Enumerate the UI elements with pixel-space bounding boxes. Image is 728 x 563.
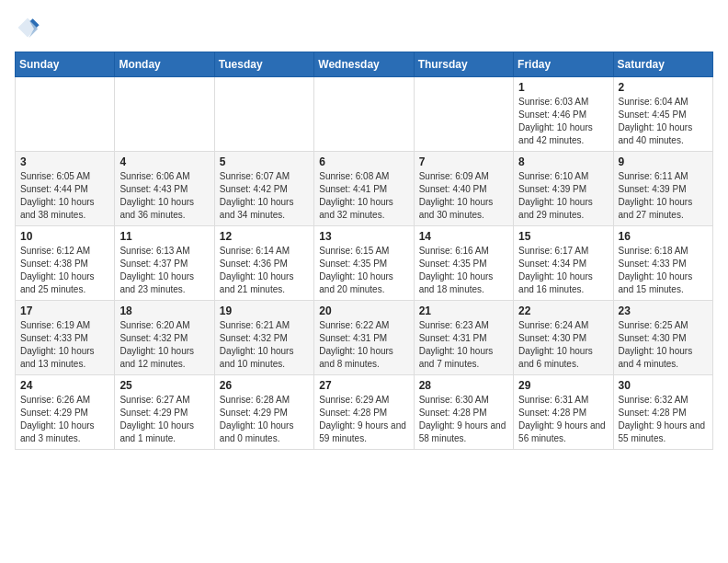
day-info: Sunrise: 6:24 AM Sunset: 4:30 PM Dayligh… xyxy=(518,319,608,371)
day-info: Sunrise: 6:10 AM Sunset: 4:39 PM Dayligh… xyxy=(518,170,608,222)
calendar-week-row: 1Sunrise: 6:03 AM Sunset: 4:46 PM Daylig… xyxy=(16,77,713,152)
day-info: Sunrise: 6:04 AM Sunset: 4:45 PM Dayligh… xyxy=(619,96,708,147)
calendar-cell: 14Sunrise: 6:16 AM Sunset: 4:35 PM Dayli… xyxy=(414,226,513,301)
calendar-cell: 28Sunrise: 6:30 AM Sunset: 4:28 PM Dayli… xyxy=(414,375,513,450)
logo xyxy=(15,15,44,40)
calendar-cell: 1Sunrise: 6:03 AM Sunset: 4:46 PM Daylig… xyxy=(514,77,613,152)
day-number: 23 xyxy=(619,304,708,317)
calendar-cell: 11Sunrise: 6:13 AM Sunset: 4:37 PM Dayli… xyxy=(115,226,214,301)
calendar-day-header: Tuesday xyxy=(214,52,313,77)
calendar-day-header: Wednesday xyxy=(314,52,414,77)
day-info: Sunrise: 6:29 AM Sunset: 4:28 PM Dayligh… xyxy=(319,394,408,445)
day-number: 3 xyxy=(20,155,109,168)
day-number: 27 xyxy=(319,379,408,392)
day-number: 10 xyxy=(20,230,109,243)
calendar-cell: 17Sunrise: 6:19 AM Sunset: 4:33 PM Dayli… xyxy=(16,301,115,375)
logo-icon xyxy=(15,15,40,40)
calendar-cell: 6Sunrise: 6:08 AM Sunset: 4:41 PM Daylig… xyxy=(314,152,414,226)
calendar-cell: 25Sunrise: 6:27 AM Sunset: 4:29 PM Dayli… xyxy=(115,375,214,450)
day-number: 6 xyxy=(319,155,408,168)
day-info: Sunrise: 6:09 AM Sunset: 4:40 PM Dayligh… xyxy=(419,170,508,222)
day-number: 11 xyxy=(119,230,209,243)
calendar-cell: 23Sunrise: 6:25 AM Sunset: 4:30 PM Dayli… xyxy=(613,301,712,375)
day-number: 21 xyxy=(419,304,508,317)
calendar-cell: 29Sunrise: 6:31 AM Sunset: 4:28 PM Dayli… xyxy=(514,375,613,450)
calendar-week-row: 17Sunrise: 6:19 AM Sunset: 4:33 PM Dayli… xyxy=(16,301,713,375)
calendar-cell xyxy=(414,77,513,152)
day-number: 5 xyxy=(220,155,309,168)
calendar-day-header: Thursday xyxy=(414,52,513,77)
day-number: 16 xyxy=(619,230,708,243)
day-info: Sunrise: 6:23 AM Sunset: 4:31 PM Dayligh… xyxy=(419,319,508,371)
day-info: Sunrise: 6:03 AM Sunset: 4:46 PM Dayligh… xyxy=(518,96,608,147)
calendar-cell: 27Sunrise: 6:29 AM Sunset: 4:28 PM Dayli… xyxy=(314,375,414,450)
calendar-cell: 15Sunrise: 6:17 AM Sunset: 4:34 PM Dayli… xyxy=(514,226,613,301)
calendar-day-header: Saturday xyxy=(613,52,712,77)
day-info: Sunrise: 6:32 AM Sunset: 4:28 PM Dayligh… xyxy=(619,394,708,445)
day-info: Sunrise: 6:26 AM Sunset: 4:29 PM Dayligh… xyxy=(20,394,109,445)
calendar-day-header: Friday xyxy=(514,52,613,77)
day-info: Sunrise: 6:17 AM Sunset: 4:34 PM Dayligh… xyxy=(518,245,608,296)
day-info: Sunrise: 6:21 AM Sunset: 4:32 PM Dayligh… xyxy=(220,319,309,371)
calendar-cell: 22Sunrise: 6:24 AM Sunset: 4:30 PM Dayli… xyxy=(514,301,613,375)
day-info: Sunrise: 6:11 AM Sunset: 4:39 PM Dayligh… xyxy=(619,170,708,222)
day-number: 17 xyxy=(20,304,109,317)
day-number: 22 xyxy=(518,304,608,317)
day-number: 24 xyxy=(20,379,109,392)
calendar-cell: 13Sunrise: 6:15 AM Sunset: 4:35 PM Dayli… xyxy=(314,226,414,301)
calendar-cell: 5Sunrise: 6:07 AM Sunset: 4:42 PM Daylig… xyxy=(214,152,313,226)
calendar-cell: 4Sunrise: 6:06 AM Sunset: 4:43 PM Daylig… xyxy=(115,152,214,226)
calendar-header-row: SundayMondayTuesdayWednesdayThursdayFrid… xyxy=(16,52,713,77)
calendar-week-row: 3Sunrise: 6:05 AM Sunset: 4:44 PM Daylig… xyxy=(16,152,713,226)
calendar-cell xyxy=(214,77,313,152)
calendar-cell: 10Sunrise: 6:12 AM Sunset: 4:38 PM Dayli… xyxy=(16,226,115,301)
calendar-table: SundayMondayTuesdayWednesdayThursdayFrid… xyxy=(15,52,713,450)
calendar-day-header: Sunday xyxy=(16,52,115,77)
calendar-cell: 9Sunrise: 6:11 AM Sunset: 4:39 PM Daylig… xyxy=(613,152,712,226)
day-number: 25 xyxy=(119,379,209,392)
day-info: Sunrise: 6:15 AM Sunset: 4:35 PM Dayligh… xyxy=(319,245,408,296)
day-info: Sunrise: 6:18 AM Sunset: 4:33 PM Dayligh… xyxy=(619,245,708,296)
calendar-cell: 3Sunrise: 6:05 AM Sunset: 4:44 PM Daylig… xyxy=(16,152,115,226)
day-info: Sunrise: 6:28 AM Sunset: 4:29 PM Dayligh… xyxy=(220,394,309,445)
day-number: 1 xyxy=(518,81,608,94)
calendar-cell xyxy=(115,77,214,152)
day-number: 19 xyxy=(220,304,309,317)
day-number: 30 xyxy=(619,379,708,392)
calendar-cell: 19Sunrise: 6:21 AM Sunset: 4:32 PM Dayli… xyxy=(214,301,313,375)
calendar-cell: 26Sunrise: 6:28 AM Sunset: 4:29 PM Dayli… xyxy=(214,375,313,450)
day-number: 7 xyxy=(419,155,508,168)
day-info: Sunrise: 6:31 AM Sunset: 4:28 PM Dayligh… xyxy=(518,394,608,445)
day-info: Sunrise: 6:22 AM Sunset: 4:31 PM Dayligh… xyxy=(319,319,408,371)
calendar-cell: 2Sunrise: 6:04 AM Sunset: 4:45 PM Daylig… xyxy=(613,77,712,152)
day-info: Sunrise: 6:16 AM Sunset: 4:35 PM Dayligh… xyxy=(419,245,508,296)
day-info: Sunrise: 6:25 AM Sunset: 4:30 PM Dayligh… xyxy=(619,319,708,371)
day-number: 28 xyxy=(419,379,508,392)
page-header xyxy=(15,15,713,40)
day-number: 13 xyxy=(319,230,408,243)
calendar-cell: 24Sunrise: 6:26 AM Sunset: 4:29 PM Dayli… xyxy=(16,375,115,450)
day-number: 14 xyxy=(419,230,508,243)
calendar-cell xyxy=(16,77,115,152)
day-number: 2 xyxy=(619,81,708,94)
day-info: Sunrise: 6:06 AM Sunset: 4:43 PM Dayligh… xyxy=(119,170,209,222)
day-number: 20 xyxy=(319,304,408,317)
day-number: 18 xyxy=(119,304,209,317)
calendar-cell: 18Sunrise: 6:20 AM Sunset: 4:32 PM Dayli… xyxy=(115,301,214,375)
calendar-cell: 30Sunrise: 6:32 AM Sunset: 4:28 PM Dayli… xyxy=(613,375,712,450)
day-info: Sunrise: 6:27 AM Sunset: 4:29 PM Dayligh… xyxy=(119,394,209,445)
calendar-cell: 8Sunrise: 6:10 AM Sunset: 4:39 PM Daylig… xyxy=(514,152,613,226)
day-number: 15 xyxy=(518,230,608,243)
day-number: 29 xyxy=(518,379,608,392)
day-number: 8 xyxy=(518,155,608,168)
calendar-week-row: 24Sunrise: 6:26 AM Sunset: 4:29 PM Dayli… xyxy=(16,375,713,450)
calendar-cell xyxy=(314,77,414,152)
day-info: Sunrise: 6:08 AM Sunset: 4:41 PM Dayligh… xyxy=(319,170,408,222)
calendar-cell: 21Sunrise: 6:23 AM Sunset: 4:31 PM Dayli… xyxy=(414,301,513,375)
day-info: Sunrise: 6:13 AM Sunset: 4:37 PM Dayligh… xyxy=(119,245,209,296)
day-info: Sunrise: 6:19 AM Sunset: 4:33 PM Dayligh… xyxy=(20,319,109,371)
day-info: Sunrise: 6:20 AM Sunset: 4:32 PM Dayligh… xyxy=(119,319,209,371)
calendar-day-header: Monday xyxy=(115,52,214,77)
day-number: 9 xyxy=(619,155,708,168)
day-info: Sunrise: 6:12 AM Sunset: 4:38 PM Dayligh… xyxy=(20,245,109,296)
